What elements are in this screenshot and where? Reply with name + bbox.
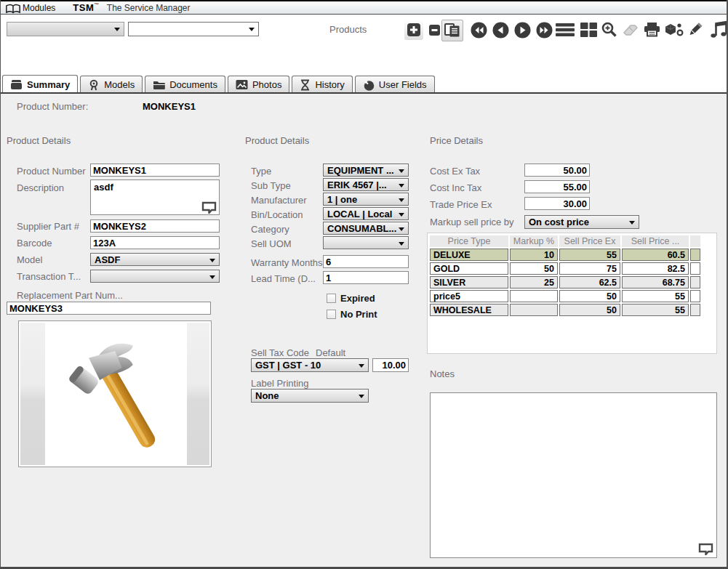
- price-table: Price Type Markup % Sell Price Ex Sell P…: [427, 233, 717, 354]
- tab-documents[interactable]: Documents: [145, 76, 225, 93]
- notes-comment-icon[interactable]: [698, 543, 713, 555]
- chevron-down-icon: [114, 28, 120, 31]
- col-sell-price-ex[interactable]: Sell Price Ex: [559, 235, 620, 247]
- zoom-icon[interactable]: [600, 20, 619, 40]
- col-markup[interactable]: Markup %: [510, 235, 558, 247]
- warranty-input[interactable]: [323, 255, 409, 268]
- transaction-type-dropdown[interactable]: [90, 270, 220, 283]
- cost-inc-tax-input[interactable]: [524, 180, 590, 193]
- chevron-down-icon: [359, 364, 364, 368]
- description-input[interactable]: asdf: [90, 179, 220, 215]
- chevron-down-icon: [399, 184, 404, 187]
- supplier-part-label: Supplier Part #: [17, 221, 79, 232]
- col-price-type[interactable]: Price Type: [430, 235, 508, 247]
- app-subtitle: The Service Manager: [107, 3, 191, 13]
- middle-section-title: Product Details: [245, 135, 309, 146]
- lead-time-label: Lead Time (D...: [251, 273, 316, 284]
- erase-icon[interactable]: [621, 20, 640, 40]
- model-label: Model: [17, 254, 42, 265]
- app-name: TSM™: [73, 2, 99, 13]
- chevron-down-icon: [399, 213, 404, 217]
- hourglass-icon: [300, 79, 311, 91]
- price-row-gold[interactable]: GOLD 50 75 82.5: [430, 262, 700, 275]
- price-row-silver[interactable]: SILVER 25 62.5 68.75: [430, 276, 700, 288]
- copy-record-icon[interactable]: [441, 20, 463, 41]
- context-label: Products: [329, 24, 367, 35]
- expired-checkbox[interactable]: [327, 294, 336, 303]
- model-dropdown[interactable]: ASDF: [90, 253, 220, 266]
- type-dropdown[interactable]: EQUIPMENT ...: [323, 164, 409, 177]
- replacement-part-label: Replacement Part Num...: [17, 290, 123, 301]
- modules-menu[interactable]: Modules: [23, 3, 55, 13]
- barcode-input[interactable]: [90, 236, 220, 249]
- list-view-icon[interactable]: [556, 20, 575, 40]
- bin-location-label: Bin/Location: [251, 209, 303, 220]
- next-record-icon[interactable]: [513, 20, 532, 40]
- category-label: Category: [251, 224, 289, 235]
- tab-bar: Summary Models Documents Photos History …: [2, 75, 435, 93]
- trade-price-input[interactable]: [524, 197, 590, 210]
- hammer-image: [47, 324, 185, 464]
- add-icon[interactable]: [404, 20, 423, 40]
- photo-scroll-right[interactable]: [187, 323, 209, 465]
- music-icon[interactable]: [707, 20, 728, 40]
- price-row-wholesale[interactable]: WHOLESALE 50 55: [430, 304, 700, 316]
- cost-inc-tax-label: Cost Inc Tax: [430, 182, 481, 193]
- sell-tax-code-dropdown[interactable]: GST | GST - 10: [251, 358, 369, 372]
- print-icon[interactable]: [642, 20, 661, 40]
- subtype-label: Sub Type: [251, 180, 291, 191]
- price-section-title: Price Details: [430, 135, 483, 146]
- toolbar-dropdown-1[interactable]: [7, 22, 124, 36]
- col-sell-price-inc[interactable]: Sell Price ...: [622, 235, 689, 247]
- description-comment-icon[interactable]: [201, 201, 217, 214]
- lead-time-input[interactable]: [323, 271, 409, 284]
- title-bar: Modules TSM™ The Service Manager: [1, 0, 727, 15]
- bin-location-dropdown[interactable]: LOCAL | Local: [323, 207, 409, 220]
- price-row-deluxe[interactable]: DELUXE 10 55 60.5: [430, 249, 700, 261]
- tab-models[interactable]: Models: [80, 76, 143, 93]
- category-dropdown[interactable]: CONSUMABL...: [323, 222, 409, 235]
- chevron-down-icon: [209, 259, 215, 262]
- tab-summary[interactable]: Summary: [2, 75, 78, 93]
- replacement-part-input[interactable]: [7, 302, 211, 315]
- photo-scroll-left[interactable]: [20, 323, 45, 465]
- tsm-window: Modules TSM™ The Service Manager Product…: [0, 0, 728, 569]
- chevron-down-icon: [399, 242, 404, 246]
- product-number-header-value: MONKEYS1: [143, 101, 196, 112]
- first-record-icon[interactable]: [469, 20, 488, 40]
- notes-input[interactable]: [430, 392, 717, 558]
- supplier-part-input[interactable]: [90, 219, 220, 233]
- picture-icon: [236, 79, 248, 90]
- label-printing-dropdown[interactable]: None: [251, 389, 369, 403]
- no-print-checkbox[interactable]: [327, 310, 336, 319]
- subtype-dropdown[interactable]: ERIK 4567 |...: [323, 178, 409, 191]
- description-label: Description: [17, 182, 64, 193]
- last-record-icon[interactable]: [535, 20, 553, 40]
- manufacturer-dropdown[interactable]: 1 | one: [323, 193, 409, 206]
- no-print-label: No Print: [340, 309, 377, 320]
- product-number-input[interactable]: [90, 164, 220, 177]
- previous-record-icon[interactable]: [491, 20, 510, 40]
- sell-uom-dropdown[interactable]: [323, 236, 409, 249]
- edit-icon[interactable]: [685, 20, 704, 40]
- price-row-price5[interactable]: price5 50 55: [430, 290, 700, 302]
- sell-uom-label: Sell UOM: [251, 238, 292, 249]
- tab-user-fields[interactable]: User Fields: [355, 76, 435, 93]
- toolbar-dropdown-2[interactable]: [128, 22, 259, 36]
- components-icon[interactable]: [663, 20, 684, 40]
- cost-ex-tax-input[interactable]: [524, 164, 590, 177]
- barcode-label: Barcode: [17, 238, 52, 249]
- tab-history[interactable]: History: [292, 76, 352, 93]
- left-section-title: Product Details: [7, 135, 71, 146]
- sell-tax-code-label: Sell Tax Code: [251, 347, 309, 358]
- chevron-down-icon: [359, 395, 364, 398]
- product-number-header-label: Product Number:: [17, 101, 88, 112]
- notes-label: Notes: [430, 368, 455, 379]
- default-rate-input[interactable]: [372, 358, 409, 372]
- tab-photos[interactable]: Photos: [228, 76, 289, 93]
- markup-by-dropdown[interactable]: On cost price: [524, 215, 639, 229]
- grid-view-icon[interactable]: [579, 20, 598, 40]
- chevron-down-icon: [209, 275, 215, 279]
- manufacturer-label: Manufacturer: [251, 195, 307, 206]
- type-label: Type: [251, 166, 271, 177]
